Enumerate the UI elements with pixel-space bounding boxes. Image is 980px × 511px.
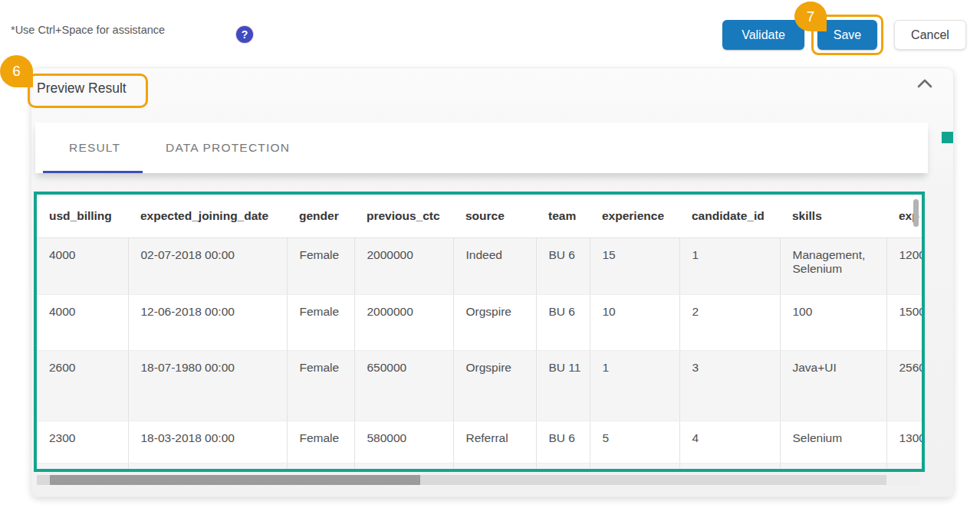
table-cell: Indeed: [453, 237, 536, 294]
panel-title: Preview Result: [37, 80, 127, 97]
table-header-row: usd_billingexpected_joining_dategenderpr…: [37, 195, 922, 237]
table-cell: 2300: [37, 421, 128, 463]
table-cell: [536, 463, 590, 470]
help-icon[interactable]: ?: [236, 26, 253, 43]
table-cell: 3: [679, 350, 780, 421]
table-cell: Referral: [453, 421, 536, 463]
table-cell: 4: [679, 421, 780, 463]
table-cell: 15: [590, 237, 679, 294]
horizontal-scrollbar-thumb[interactable]: [50, 475, 420, 485]
collapse-chevron-up-icon[interactable]: [916, 77, 934, 90]
table-cell: Female: [287, 421, 354, 463]
validate-button[interactable]: Validate: [722, 20, 804, 50]
table-cell: [886, 463, 922, 470]
table-cell: Female: [287, 294, 354, 350]
table-cell: 2600: [37, 350, 128, 421]
table-cell: 5: [590, 421, 679, 463]
table-cell: 12-06-2018 00:00: [128, 294, 287, 350]
column-header: expected_joining_date: [128, 195, 287, 237]
tab-data-protection[interactable]: DATA PROTECTION: [166, 123, 290, 173]
table-cell: BU 6: [536, 421, 590, 463]
table-cell: 18-03-2018 00:00: [128, 421, 287, 463]
table-cell: 2000000: [354, 237, 453, 294]
horizontal-scrollbar-end: [886, 475, 920, 485]
table-cell: 650000: [354, 350, 453, 421]
result-table: usd_billingexpected_joining_dategenderpr…: [37, 195, 922, 470]
table-cell: 4000: [37, 237, 128, 294]
column-header: team: [536, 195, 590, 237]
tab-result[interactable]: RESULT: [69, 123, 120, 173]
column-header: source: [453, 195, 536, 237]
table-cell: 10: [590, 294, 679, 350]
table-cell: 02-07-2018 00:00: [128, 237, 287, 294]
table-row: 400002-07-2018 00:00Female2000000IndeedB…: [37, 237, 922, 294]
result-table-container: usd_billingexpected_joining_dategenderpr…: [34, 192, 925, 472]
table-cell: 15000: [886, 294, 922, 350]
table-cell: [37, 463, 128, 470]
vertical-scrollbar-thumb[interactable]: [913, 199, 919, 227]
table-row-partial: [37, 463, 922, 470]
table-cell: 580000: [354, 421, 453, 463]
active-tab-indicator: [43, 171, 143, 174]
table-cell: 25600: [886, 350, 922, 421]
table-cell: Orgspire: [453, 350, 536, 421]
table-cell: [287, 463, 354, 470]
column-header: candidate_id: [679, 195, 780, 237]
table-cell: Female: [287, 237, 354, 294]
table-cell: 1: [679, 237, 780, 294]
column-header: gender: [287, 195, 354, 237]
table-cell: Management, Selenium: [780, 237, 886, 294]
table-row: 400012-06-2018 00:00Female2000000Orgspir…: [37, 294, 922, 350]
table-cell: [780, 463, 886, 470]
column-header: previous_ctc: [354, 195, 453, 237]
column-header: experience: [590, 195, 679, 237]
column-header: skills: [780, 195, 886, 237]
teal-marker-square: [942, 132, 953, 143]
assistance-hint: *Use Ctrl+Space for assistance: [11, 24, 165, 36]
table-cell: BU 11: [536, 350, 590, 421]
table-cell: [590, 463, 679, 470]
table-cell: Female: [287, 350, 354, 421]
table-cell: 1: [590, 350, 679, 421]
table-cell: 4000: [37, 294, 128, 350]
table-cell: Java+UI: [780, 350, 886, 421]
annotation-badge-7: 7: [794, 2, 827, 31]
table-cell: Orgspire: [453, 294, 536, 350]
table-cell: 2: [679, 294, 780, 350]
table-cell: 100: [780, 294, 886, 350]
annotation-badge-6: 6: [0, 55, 33, 87]
table-cell: [354, 463, 453, 470]
table-cell: BU 6: [536, 237, 590, 294]
table-cell: 2000000: [354, 294, 453, 350]
table-row: 230018-03-2018 00:00Female580000Referral…: [37, 421, 922, 463]
table-cell: 12000: [886, 237, 922, 294]
table-cell: [128, 463, 287, 470]
table-cell: [679, 463, 780, 470]
table-row: 260018-07-1980 00:00Female650000Orgspire…: [37, 350, 922, 421]
table-cell: BU 6: [536, 294, 590, 350]
tabs-bar: RESULT DATA PROTECTION: [35, 123, 928, 173]
column-header: usd_billing: [37, 195, 128, 237]
table-cell: Selenium: [780, 421, 886, 463]
table-cell: [453, 463, 536, 470]
table-cell: 18-07-1980 00:00: [128, 350, 287, 421]
table-cell: 13000: [886, 421, 922, 463]
cancel-button[interactable]: Cancel: [894, 20, 966, 50]
